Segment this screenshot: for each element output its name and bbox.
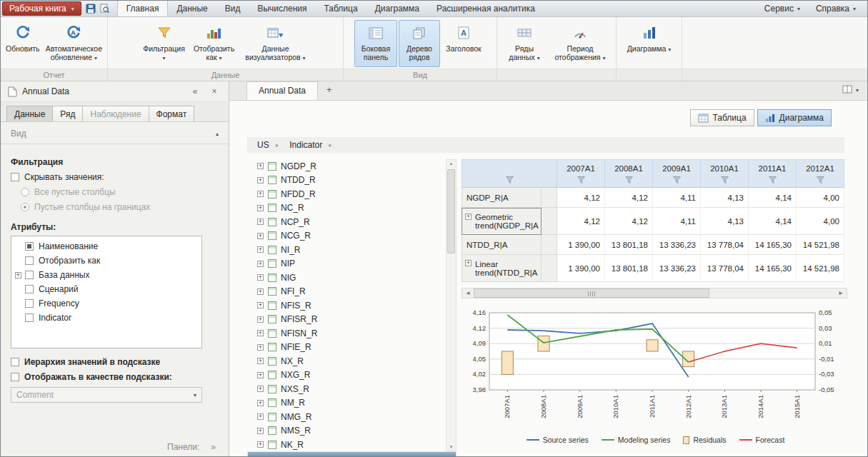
- table-cell[interactable]: 4,11: [653, 188, 701, 208]
- table-cell[interactable]: 14 521,98: [797, 235, 844, 255]
- expand-icon[interactable]: +: [465, 214, 472, 220]
- document-tab[interactable]: Annual Data: [246, 81, 318, 100]
- filter-icon[interactable]: [653, 176, 700, 186]
- table-cell[interactable]: 13 801,18: [605, 235, 653, 255]
- scroll-left-icon[interactable]: ◄: [462, 288, 474, 298]
- tree-item[interactable]: +NFDD_R: [247, 187, 446, 201]
- panel-tab-observation[interactable]: Наблюдение: [82, 106, 149, 121]
- attribute-checkbox[interactable]: [25, 313, 34, 322]
- row-header[interactable]: NGDP_R|A: [462, 188, 542, 208]
- column-header[interactable]: 2008A1: [605, 159, 653, 188]
- filter-icon[interactable]: [605, 176, 652, 186]
- tree-item[interactable]: +NK_R: [247, 438, 446, 451]
- attribute-checkbox[interactable]: [25, 271, 34, 279]
- scroll-right-icon[interactable]: ►: [835, 288, 847, 298]
- expand-icon[interactable]: +: [257, 330, 264, 336]
- expand-icon[interactable]: +: [257, 177, 264, 184]
- table-cell[interactable]: 4,12: [605, 208, 653, 235]
- tree-horizontal-scrollbar[interactable]: [247, 451, 457, 457]
- attribute-item[interactable]: Отобразить как: [11, 253, 201, 268]
- data-series-button[interactable]: Ряды данных ▾: [502, 20, 547, 67]
- menu-tab-1[interactable]: Данные: [168, 1, 216, 16]
- menu-tab-2[interactable]: Вид: [216, 1, 249, 16]
- add-tab-button[interactable]: +: [318, 81, 341, 100]
- table-cell[interactable]: 4,14: [749, 208, 797, 235]
- show-as-tooltip-row[interactable]: Отображать в качестве подсказки:: [11, 372, 219, 382]
- filter-icon[interactable]: [557, 176, 604, 186]
- tooltip-attribute-select[interactable]: Comment ▾: [11, 387, 202, 403]
- table-cell[interactable]: 4,13: [701, 188, 749, 208]
- help-menu[interactable]: Справка ▾: [816, 4, 856, 14]
- tree-item[interactable]: +NFI_R: [247, 285, 446, 299]
- display-as-button[interactable]: Отобразить как ▾: [189, 20, 240, 67]
- tree-item[interactable]: +NI_R: [247, 243, 446, 257]
- attribute-item[interactable]: Наименование: [11, 239, 201, 253]
- expand-icon[interactable]: +: [257, 316, 264, 323]
- expand-icon[interactable]: +: [257, 274, 264, 281]
- expand-icon[interactable]: +: [257, 413, 264, 420]
- header-toggle[interactable]: A Заголовок: [442, 20, 486, 67]
- tree-item[interactable]: +NXS_R: [247, 382, 446, 396]
- tree-item[interactable]: +NFIE_R: [247, 341, 446, 355]
- scroll-up-icon[interactable]: ▲: [447, 160, 456, 167]
- attribute-item[interactable]: Frequency: [11, 296, 201, 311]
- attribute-item[interactable]: Indicator: [11, 311, 201, 325]
- show-as-tooltip-checkbox[interactable]: [11, 373, 19, 381]
- tree-item[interactable]: +NFISR_R: [247, 313, 446, 327]
- tree-item[interactable]: +NMS_R: [247, 424, 446, 438]
- attribute-item[interactable]: Сценарий: [11, 282, 201, 296]
- hide-values-row[interactable]: Скрывать значения:: [11, 172, 219, 182]
- breadcrumb-arrow-icon[interactable]: ▸: [329, 141, 332, 149]
- scrollbar-track[interactable]: [474, 288, 835, 298]
- table-cell[interactable]: 13 801,18: [605, 255, 653, 282]
- tree-item[interactable]: +NCP_R: [247, 215, 446, 229]
- table-cell[interactable]: 14 165,30: [749, 235, 797, 255]
- chart-view-button[interactable]: Диаграмма: [757, 109, 832, 126]
- edge-empty-columns-radio[interactable]: [21, 203, 29, 211]
- row-header[interactable]: +Geometric trend(NGDP_R|A: [462, 208, 542, 235]
- table-cell[interactable]: 4,12: [605, 188, 653, 208]
- expand-icon[interactable]: +: [257, 246, 264, 253]
- table-cell[interactable]: 1 390,00: [557, 235, 605, 255]
- tree-item[interactable]: +NM_R: [247, 396, 446, 411]
- hide-values-checkbox[interactable]: [11, 173, 19, 181]
- all-empty-columns-radio[interactable]: [21, 188, 29, 196]
- table-cell[interactable]: 13 778,04: [701, 255, 749, 282]
- expand-icon[interactable]: +: [257, 219, 264, 225]
- scroll-down-icon[interactable]: ▼: [447, 443, 456, 451]
- close-panel-button[interactable]: ×: [207, 86, 221, 96]
- chevron-down-icon[interactable]: ▾: [856, 87, 859, 94]
- auto-refresh-button[interactable]: A Автоматическое обновление ▾: [44, 20, 104, 67]
- expand-icon[interactable]: +: [257, 344, 264, 351]
- column-header[interactable]: 2009A1: [653, 159, 701, 188]
- data-visualizers-button[interactable]: Данные визуализаторов ▾: [241, 20, 310, 67]
- table-cell[interactable]: 13 778,04: [701, 235, 749, 255]
- display-period-button[interactable]: Период отображения ▾: [549, 20, 612, 67]
- view-section-header[interactable]: Вид ▴: [1, 122, 229, 144]
- breadcrumb-item-indicator[interactable]: Indicator: [289, 140, 322, 150]
- workbook-menu-button[interactable]: Рабочая книга ▾: [2, 1, 81, 16]
- layout-switcher-icon[interactable]: [842, 85, 852, 96]
- table-cell[interactable]: 4,00: [797, 188, 844, 208]
- expand-icon[interactable]: +: [257, 400, 264, 406]
- table-corner-cell[interactable]: [462, 159, 557, 188]
- service-menu[interactable]: Сервис ▾: [764, 4, 800, 14]
- table-cell[interactable]: 1 390,00: [557, 255, 605, 282]
- side-panel-toggle[interactable]: Боковая панель: [354, 20, 397, 67]
- hierarchy-tooltip-row[interactable]: Иерархия значений в подсказке: [11, 357, 219, 367]
- expand-icon[interactable]: +: [257, 261, 264, 267]
- panels-more-button[interactable]: »: [211, 442, 216, 452]
- tree-item[interactable]: +NMG_R: [247, 410, 446, 424]
- save-button[interactable]: [86, 4, 96, 14]
- tree-item[interactable]: +NIG: [247, 271, 446, 285]
- filter-button[interactable]: Фильтрация ▾: [141, 20, 187, 67]
- menu-tab-4[interactable]: Таблица: [316, 1, 366, 16]
- row-header[interactable]: NTDD_R|A: [462, 235, 542, 255]
- breadcrumb-item-us[interactable]: US: [257, 140, 269, 150]
- table-cell[interactable]: 14 521,98: [797, 255, 844, 282]
- table-cell[interactable]: 4,12: [557, 188, 605, 208]
- expand-icon[interactable]: +: [257, 288, 264, 295]
- expand-icon[interactable]: +: [257, 386, 264, 392]
- expand-icon[interactable]: +: [257, 372, 264, 378]
- attribute-checkbox[interactable]: [25, 285, 34, 293]
